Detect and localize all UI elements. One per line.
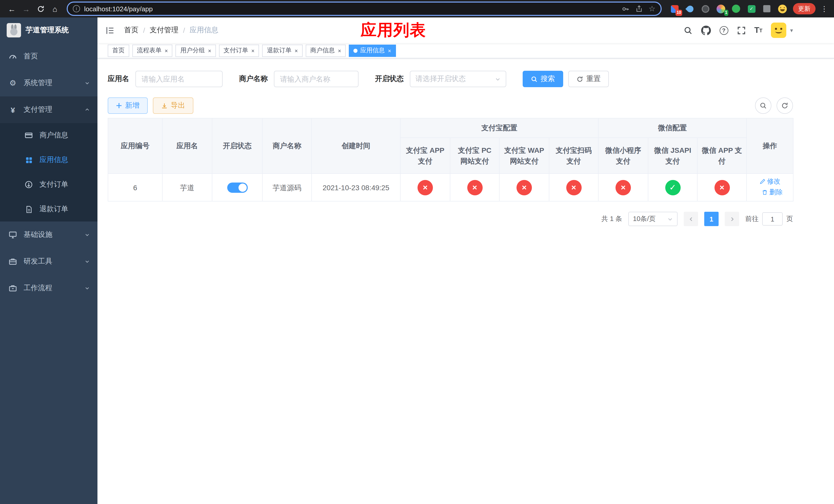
app-name-input[interactable] — [135, 71, 223, 87]
close-icon[interactable]: × — [164, 47, 168, 53]
export-button[interactable]: 导出 — [153, 97, 193, 114]
table-row: 6 芋道 芋道源码 2021-10-23 08:49:25 × × × × × — [108, 174, 793, 202]
tab-process-form[interactable]: 流程表单× — [132, 44, 173, 56]
app-logo[interactable]: 芋道管理系统 — [0, 18, 97, 43]
config-status-4: × — [615, 180, 631, 195]
sidebar-item-pay-order[interactable]: 支付订单 — [0, 172, 97, 197]
extension-badge: 10 — [676, 10, 682, 16]
share-icon[interactable] — [635, 5, 642, 12]
close-icon[interactable]: × — [388, 47, 391, 53]
goto-label: 前往 — [745, 214, 759, 224]
prev-page-button[interactable] — [684, 212, 698, 226]
payment-submenu: 商户信息 应用信息 支付订单 — [0, 123, 97, 222]
sidebar-item-refund-order[interactable]: 退款订单 — [0, 197, 97, 222]
col-group-alipay: 支付宝配置 — [400, 118, 598, 138]
github-icon[interactable] — [701, 25, 711, 35]
site-info-icon[interactable]: i — [73, 5, 80, 12]
fullscreen-icon[interactable] — [737, 26, 746, 35]
chevron-down-icon — [495, 76, 501, 82]
sidebar-item-infra[interactable]: 基础设施 — [0, 222, 97, 248]
add-button[interactable]: 新增 — [108, 97, 148, 114]
password-key-icon[interactable] — [621, 5, 629, 13]
browser-back-button[interactable]: ← — [5, 2, 19, 15]
extension-blue-icon[interactable] — [684, 3, 696, 14]
filter-form: 应用名 商户名称 开启状态 请选择开启状态 — [108, 71, 834, 87]
reset-button[interactable]: 重置 — [568, 71, 609, 87]
extension-chat-icon[interactable]: ✓ — [746, 3, 757, 14]
tab-home[interactable]: 首页 — [108, 44, 129, 56]
profile-avatar-icon[interactable]: 1 — [715, 3, 726, 14]
col-alipay-wap: 支付宝 WAP 网站支付 — [499, 138, 549, 174]
user-menu[interactable]: ▾ — [771, 23, 793, 38]
sidebar-item-label: 系统管理 — [24, 78, 52, 88]
card-icon — [24, 131, 34, 139]
extensions-puzzle-icon[interactable] — [761, 3, 772, 14]
url-text[interactable]: localhost:1024/pay/app — [84, 5, 617, 13]
browser-refresh-button[interactable] — [34, 2, 47, 15]
sidebar-item-label: 工作流程 — [24, 283, 52, 293]
next-page-button[interactable] — [725, 212, 739, 226]
edit-link[interactable]: 修改 — [760, 177, 781, 187]
sidebar-item-system[interactable]: ⚙ 系统管理 — [0, 70, 97, 96]
browser-forward-button[interactable]: → — [20, 2, 33, 15]
tab-pay-order[interactable]: 支付订单× — [219, 44, 259, 56]
goto-unit: 页 — [786, 214, 793, 224]
sidebar-item-merchant-info[interactable]: 商户信息 — [0, 123, 97, 148]
close-icon[interactable]: × — [295, 47, 298, 53]
address-bar[interactable]: i localhost:1024/pay/app ☆ — [67, 2, 662, 16]
close-icon[interactable]: × — [208, 47, 211, 53]
gear-icon: ⚙ — [8, 78, 18, 88]
chevron-left-icon — [688, 216, 694, 222]
chevron-down-icon — [85, 232, 90, 237]
sidebar-collapse-button[interactable] — [105, 25, 115, 35]
tab-app-info[interactable]: 应用信息× — [349, 44, 396, 56]
col-wechat-app: 微信 APP 支付 — [697, 138, 747, 174]
extension-emoji-icon[interactable] — [776, 3, 788, 14]
page-number-current[interactable]: 1 — [704, 212, 719, 226]
close-icon[interactable]: × — [251, 47, 255, 53]
status-select[interactable]: 请选择开启状态 — [410, 71, 506, 87]
chevron-down-icon — [667, 216, 673, 222]
trash-icon — [762, 189, 768, 196]
search-button[interactable]: 搜索 — [523, 71, 563, 87]
extension-green-circle-icon[interactable] — [730, 3, 742, 14]
chevron-down-icon: ▾ — [790, 27, 793, 33]
page-size-select[interactable]: 10条/页 — [628, 212, 678, 226]
sidebar-item-app-info[interactable]: 应用信息 — [0, 148, 97, 172]
delete-link[interactable]: 删除 — [762, 187, 783, 197]
sidebar-item-home[interactable]: 首页 — [0, 43, 97, 70]
main-area: 首页 / 支付管理 / 应用信息 应用列表 ? — [97, 18, 834, 504]
sidebar-item-devtools[interactable]: 研发工具 — [0, 248, 97, 275]
status-toggle[interactable] — [227, 183, 247, 193]
active-dot — [353, 48, 357, 52]
sidebar-item-payment[interactable]: ¥ 支付管理 — [0, 96, 97, 123]
search-icon[interactable] — [683, 26, 692, 35]
browser-menu-icon[interactable]: ⋮ — [820, 5, 829, 13]
goto-page-input[interactable] — [762, 212, 783, 226]
sidebar-item-workflow[interactable]: 工作流程 — [0, 275, 97, 301]
chevron-down-icon — [85, 81, 90, 86]
close-icon[interactable]: × — [338, 47, 341, 53]
browser-update-button[interactable]: 更新 — [793, 3, 815, 14]
font-size-icon[interactable]: TT — [754, 26, 763, 35]
toggle-search-button[interactable] — [755, 97, 771, 114]
search-icon — [531, 76, 537, 82]
extension-grid-icon[interactable]: 10 — [669, 3, 680, 14]
extension-dark-icon[interactable] — [700, 3, 711, 14]
breadcrumb-payment[interactable]: 支付管理 — [150, 26, 178, 35]
tags-bar: 首页 流程表单× 用户分组× 支付订单× 退款订单× 商户信息× — [97, 43, 834, 59]
edit-icon — [760, 179, 766, 185]
sidebar-item-label: 应用信息 — [40, 155, 68, 165]
browser-home-button[interactable]: ⌂ — [48, 2, 62, 15]
refresh-table-button[interactable] — [776, 97, 793, 114]
tab-refund-order[interactable]: 退款订单× — [262, 44, 303, 56]
tab-merchant-info[interactable]: 商户信息× — [306, 44, 346, 56]
bookmark-star-icon[interactable]: ☆ — [649, 4, 656, 13]
col-actions: 操作 — [747, 118, 793, 174]
tab-user-group[interactable]: 用户分组× — [176, 44, 216, 56]
breadcrumb-home[interactable]: 首页 — [124, 26, 138, 35]
sidebar-item-label: 支付订单 — [40, 180, 68, 189]
help-icon[interactable]: ? — [719, 26, 728, 35]
merchant-name-input[interactable] — [274, 71, 358, 87]
config-status-2: × — [517, 180, 532, 195]
